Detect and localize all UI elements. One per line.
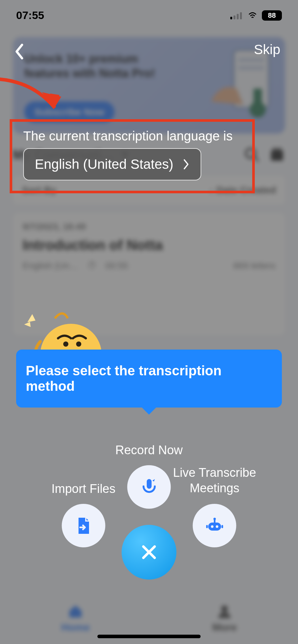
svg-rect-12 xyxy=(237,14,239,19)
language-value: English (United States) xyxy=(35,157,174,172)
record-now-button[interactable] xyxy=(127,465,171,509)
status-bar: 07:55 88 xyxy=(0,0,298,31)
language-selector[interactable]: English (United States) xyxy=(23,148,201,180)
import-files-button[interactable] xyxy=(62,504,105,547)
svg-point-23 xyxy=(214,518,216,520)
battery-badge: 88 xyxy=(262,10,282,21)
close-icon xyxy=(139,543,159,562)
microphone-icon xyxy=(139,477,159,497)
live-transcribe-label-l2: Meetings xyxy=(190,481,239,495)
live-transcribe-button[interactable] xyxy=(193,504,236,547)
skip-button[interactable]: Skip xyxy=(254,42,280,57)
chevron-right-icon xyxy=(183,159,190,170)
close-radial-button[interactable] xyxy=(122,525,176,580)
svg-rect-11 xyxy=(233,15,235,19)
file-import-icon xyxy=(74,516,93,535)
language-heading: The current transcription language is xyxy=(23,129,233,143)
live-transcribe-label: Live Transcribe Meetings xyxy=(173,465,256,496)
svg-point-17 xyxy=(76,341,81,347)
radial-action-menu: Record Now Import Files Live Transcribe … xyxy=(0,386,298,580)
back-button[interactable] xyxy=(10,42,29,61)
status-time: 07:55 xyxy=(16,9,44,22)
svg-rect-18 xyxy=(147,479,152,489)
svg-rect-13 xyxy=(240,12,242,19)
svg-point-20 xyxy=(211,525,214,528)
cell-signal-icon xyxy=(230,12,243,19)
import-files-label: Import Files xyxy=(51,482,115,496)
robot-icon xyxy=(205,516,224,535)
chevron-left-icon xyxy=(14,43,25,60)
record-now-label: Record Now xyxy=(115,443,183,457)
home-indicator xyxy=(97,635,201,638)
svg-point-16 xyxy=(63,341,68,347)
svg-rect-10 xyxy=(230,17,232,19)
svg-rect-24 xyxy=(206,525,208,528)
svg-point-21 xyxy=(216,525,218,528)
svg-rect-25 xyxy=(222,525,223,528)
wifi-icon xyxy=(247,12,258,19)
svg-rect-19 xyxy=(208,523,221,531)
live-transcribe-label-l1: Live Transcribe xyxy=(173,466,256,479)
